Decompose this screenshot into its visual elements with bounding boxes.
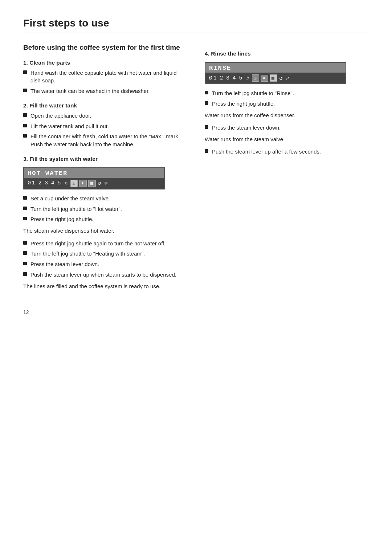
step3-bullets1: Set a cup under the steam valve. Turn th…	[23, 195, 187, 223]
bullet-icon	[23, 70, 27, 74]
step4-bullets2: Press the steam lever down.	[205, 124, 369, 132]
bullet-icon	[23, 89, 27, 92]
step3-plain2: The lines are filled and the coffee syst…	[23, 282, 187, 291]
page-number: 12	[23, 309, 369, 315]
list-item: Set a cup under the steam valve.	[23, 195, 187, 203]
main-content: Before using the coffee system for the f…	[23, 43, 369, 295]
list-item: Turn the left jog shuttle to "Heating wi…	[23, 250, 187, 258]
step4-plain2: Water runs from the steam valve.	[205, 135, 369, 144]
step4-bullets3: Push the steam lever up after a few seco…	[205, 148, 369, 156]
list-item: Press the right jog shuttle again to tur…	[23, 240, 187, 248]
bullet-icon	[205, 149, 208, 153]
rinse-display-icon-person: ♦	[261, 75, 268, 82]
list-item: Lift the water tank and pull it out.	[23, 122, 187, 130]
bullet-icon	[23, 272, 27, 276]
list-item: The water tank can be washed in the dish…	[23, 87, 187, 95]
rinse-display-icon-grid: ▦	[270, 74, 277, 82]
step1-heading: 1. Clean the parts	[23, 60, 187, 66]
bullet-icon	[205, 101, 208, 105]
step3-heading: 3. Fill the system with water	[23, 156, 187, 162]
title-divider	[23, 33, 369, 33]
section-heading: Before using the coffee system for the f…	[23, 43, 187, 52]
list-item: Turn the left jog shuttle to "Rinse".	[205, 89, 369, 97]
list-item: Press the steam lever down.	[205, 124, 369, 132]
step2-heading: 2. Fill the water tank	[23, 102, 187, 109]
rinse-display-icon-steam: ♨	[252, 74, 260, 82]
list-item: Hand wash the coffee capsule plate with …	[23, 69, 187, 85]
list-item: Fill the container with fresh, cold tap …	[23, 132, 187, 148]
display-icon-grid: ▦	[88, 180, 96, 187]
display-icon-steam: ♨	[70, 180, 78, 187]
step2-bullets: Open the appliance door. Lift the water …	[23, 112, 187, 148]
list-item: Turn the left jog shuttle to "Hot water"…	[23, 205, 187, 213]
step4-heading: 4. Rinse the lines	[205, 50, 369, 57]
bullet-icon	[23, 196, 27, 200]
step3-bullets2: Press the right jog shuttle again to tur…	[23, 240, 187, 279]
rinse-display-bottom-icons: Ø1 2 3 4 5 ☼ ♨ ♦ ▦ ↺ ⇌	[205, 73, 346, 83]
bullet-icon	[205, 91, 208, 94]
step1-bullets: Hand wash the coffee capsule plate with …	[23, 69, 187, 95]
rinse-display-top-label: RINSE	[205, 63, 346, 73]
bullet-icon	[205, 125, 208, 129]
display-bottom-icons: Ø1 2 3 4 5 ☼ ♨ ♦ ▦ ↺ ⇌	[24, 178, 164, 189]
bullet-icon	[23, 217, 27, 220]
display-icon-person: ♦	[79, 180, 87, 187]
step4-bullets1: Turn the left jog shuttle to "Rinse". Pr…	[205, 89, 369, 108]
page-title: First steps to use	[23, 17, 369, 29]
bullet-icon	[23, 207, 27, 210]
list-item: Push the steam lever up when steam start…	[23, 271, 187, 279]
bullet-icon	[23, 134, 27, 138]
bullet-icon	[23, 124, 27, 127]
bullet-icon	[23, 262, 27, 265]
bullet-icon	[23, 113, 27, 117]
left-column: Before using the coffee system for the f…	[23, 43, 187, 295]
list-item: Press the steam lever down.	[23, 260, 187, 268]
hot-water-display: HOT WATER Ø1 2 3 4 5 ☼ ♨ ♦ ▦ ↺ ⇌	[23, 167, 165, 189]
bullet-icon	[23, 241, 27, 245]
list-item: Press the right jog shuttle.	[23, 215, 187, 223]
step3-plain1: The steam valve dispenses hot water.	[23, 227, 187, 235]
list-item: Push the steam lever up after a few seco…	[205, 148, 369, 156]
display-top-label: HOT WATER	[24, 168, 164, 178]
list-item: Press the right jog shuttle.	[205, 100, 369, 108]
bullet-icon	[23, 251, 27, 255]
step4-plain1: Water runs from the coffee dispenser.	[205, 111, 369, 120]
rinse-display: RINSE Ø1 2 3 4 5 ☼ ♨ ♦ ▦ ↺ ⇌	[205, 62, 346, 84]
list-item: Open the appliance door.	[23, 112, 187, 120]
right-column: 4. Rinse the lines RINSE Ø1 2 3 4 5 ☼ ♨ …	[205, 43, 369, 159]
